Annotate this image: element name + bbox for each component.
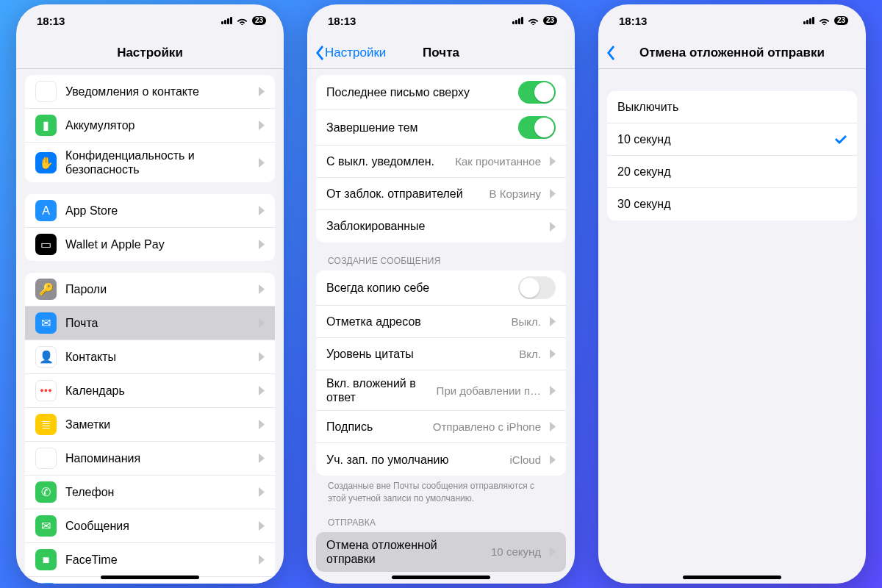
chevron-right-icon <box>259 158 265 168</box>
app-icon: • <box>35 448 57 469</box>
settings-row[interactable]: ■FaceTime <box>25 543 275 577</box>
chevron-right-icon <box>259 386 265 395</box>
mail-content[interactable]: Последнее письмо сверху Завершение тем С… <box>307 69 575 584</box>
option-row[interactable]: 30 секунд <box>607 188 857 220</box>
cellular-icon <box>512 17 523 24</box>
toggle-complete-threads[interactable] <box>518 116 556 139</box>
chevron-right-icon <box>259 487 265 497</box>
cellular-icon <box>221 17 232 24</box>
settings-row[interactable]: ✆Телефон <box>25 476 275 509</box>
phone-mail: 18:13 23 Настройки Почта Последнее письм… <box>307 4 575 584</box>
check-icon <box>835 135 847 144</box>
row-label: Контакты <box>65 350 250 364</box>
chevron-left-icon <box>606 46 614 60</box>
option-label: Выключить <box>617 100 847 114</box>
settings-row[interactable]: ●●●Календарь <box>25 374 275 408</box>
status-bar: 18:13 23 <box>598 4 866 37</box>
row-bcc-self[interactable]: Всегда копию себе <box>316 270 566 306</box>
row-latest-on-top[interactable]: Последнее письмо сверху <box>316 75 566 110</box>
wifi-icon <box>237 17 248 25</box>
chevron-right-icon <box>259 420 265 429</box>
back-button[interactable] <box>603 37 614 68</box>
row-include-attachments[interactable]: Вкл. вложений в ответ При добавлении п… <box>316 370 566 411</box>
row-label: FaceTime <box>65 553 250 567</box>
row-default-account[interactable]: Уч. зап. по умолчанию iCloud <box>316 443 566 476</box>
row-mark-addresses[interactable]: Отметка адресов Выкл. <box>316 306 566 338</box>
settings-row[interactable]: ✳︎Уведомления о контакте <box>25 75 275 109</box>
status-bar: 18:13 23 <box>307 4 575 37</box>
app-icon: ▭ <box>35 234 57 255</box>
chevron-right-icon <box>550 349 556 359</box>
chevron-right-icon <box>259 352 265 362</box>
settings-row[interactable]: ▮Аккумулятор <box>25 109 275 143</box>
status-right: 23 <box>512 16 557 25</box>
settings-row[interactable]: ✉Почта <box>25 306 275 340</box>
chevron-right-icon <box>259 240 265 249</box>
option-label: 30 секунд <box>617 197 847 211</box>
app-icon: ≣ <box>35 414 57 435</box>
chevron-left-icon <box>315 46 323 60</box>
settings-row[interactable]: ✉Сообщения <box>25 509 275 543</box>
group-threading: Последнее письмо сверху Завершение тем С… <box>316 75 566 243</box>
chevron-right-icon <box>259 121 265 130</box>
row-quote-level[interactable]: Уровень цитаты Вкл. <box>316 338 566 370</box>
page-title: Настройки <box>16 46 284 60</box>
row-undo-send[interactable]: Отмена отложенной отправки 10 секунд <box>316 532 566 572</box>
toggle-bcc-self[interactable] <box>518 276 556 299</box>
group-store: AApp Store▭Wallet и Apple Pay <box>25 194 275 261</box>
settings-row[interactable]: ✋Конфиденциальность и безопасность <box>25 143 275 182</box>
chevron-right-icon <box>550 157 556 166</box>
row-label: Конфиденциальность и безопасность <box>65 148 250 176</box>
row-complete-threads[interactable]: Завершение тем <box>316 110 566 146</box>
row-label: Почта <box>65 316 250 330</box>
settings-row[interactable]: ▭Wallet и Apple Pay <box>25 228 275 261</box>
back-button[interactable]: Настройки <box>312 37 386 68</box>
row-label: Телефон <box>65 485 250 499</box>
chevron-right-icon <box>550 189 556 198</box>
row-label: Календарь <box>65 384 250 398</box>
home-indicator[interactable] <box>683 576 781 579</box>
header-compose: СОЗДАНИЕ СООБЩЕНИЯ <box>307 243 575 270</box>
row-signature[interactable]: Подпись Отправлено с iPhone <box>316 411 566 443</box>
chevron-right-icon <box>550 222 556 232</box>
battery-icon: 23 <box>543 16 557 25</box>
status-time: 18:13 <box>37 15 65 27</box>
row-label: Wallet и Apple Pay <box>65 237 250 251</box>
chevron-right-icon <box>259 206 265 215</box>
row-label: Уведомления о контакте <box>65 85 250 98</box>
settings-row[interactable]: ≣Заметки <box>25 408 275 442</box>
toggle-latest-on-top[interactable] <box>518 81 556 104</box>
option-row[interactable]: 10 секунд <box>607 123 857 156</box>
chevron-right-icon <box>259 521 265 531</box>
status-right: 23 <box>803 16 848 25</box>
row-label: Сообщения <box>65 519 250 533</box>
chevron-right-icon <box>550 386 556 395</box>
app-icon: ✦ <box>35 583 57 584</box>
option-row[interactable]: Выключить <box>607 91 857 123</box>
chevron-right-icon <box>259 284 265 294</box>
battery-icon: 23 <box>252 16 266 25</box>
option-row[interactable]: 20 секунд <box>607 156 857 188</box>
settings-content[interactable]: ✳︎Уведомления о контакте▮Аккумулятор✋Кон… <box>16 69 284 584</box>
settings-row[interactable]: 🔑Пароли <box>25 273 275 306</box>
row-label: Пароли <box>65 282 250 296</box>
nav-bar: Настройки <box>16 37 284 69</box>
chevron-right-icon <box>259 87 265 96</box>
app-icon: ✆ <box>35 481 57 503</box>
row-blocked-list[interactable]: Заблокированные <box>316 210 566 243</box>
home-indicator[interactable] <box>101 576 199 579</box>
battery-icon: 23 <box>834 16 848 25</box>
row-label: App Store <box>65 204 250 218</box>
settings-row[interactable]: •Напоминания <box>25 442 275 476</box>
status-time: 18:13 <box>619 15 647 27</box>
cellular-icon <box>803 17 814 24</box>
home-indicator[interactable] <box>392 576 490 579</box>
chevron-right-icon <box>550 455 556 465</box>
settings-row[interactable]: 👤Контакты <box>25 340 275 374</box>
group-apps: 🔑Пароли✉Почта👤Контакты●●●Календарь≣Замет… <box>25 273 275 584</box>
page-title: Отмена отложенной отправки <box>598 46 866 60</box>
settings-row[interactable]: AApp Store <box>25 194 275 228</box>
row-muted-action[interactable]: С выкл. уведомлен. Как прочитанное <box>316 146 566 178</box>
undo-send-content[interactable]: Выключить10 секунд20 секунд30 секунд <box>598 69 866 584</box>
row-blocked-action[interactable]: От заблок. отправителей В Корзину <box>316 178 566 210</box>
